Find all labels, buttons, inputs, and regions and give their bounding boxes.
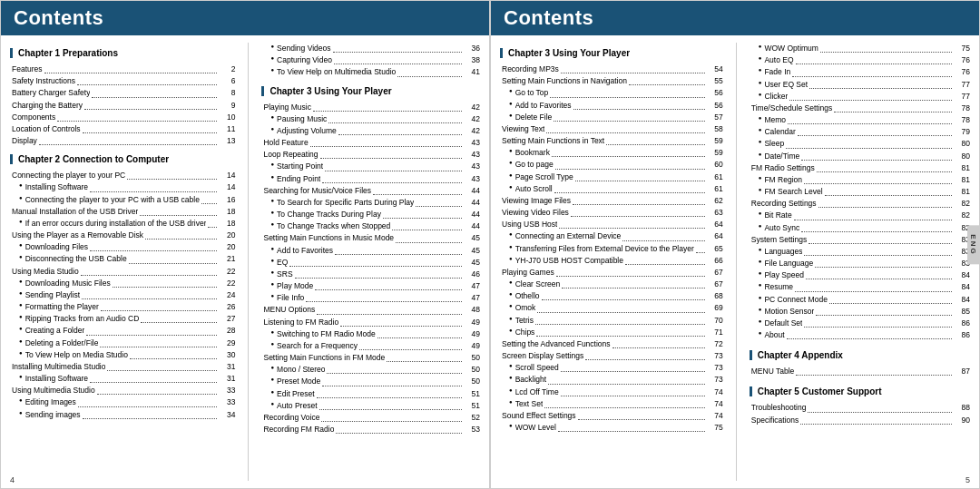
toc-dots	[83, 409, 218, 419]
toc-item: WOW Optimum75	[750, 43, 970, 54]
chapter3-right-title: Chapter 3 Using Your Player	[500, 48, 723, 58]
toc-page-num: 47	[464, 280, 480, 292]
toc-page-num: 44	[464, 197, 480, 209]
toc-page-num: 2	[219, 64, 235, 75]
toc-dots	[92, 87, 217, 97]
toc-dots	[573, 100, 705, 110]
toc-item-text: Viewing Video Files	[502, 207, 569, 219]
toc-item: Othello68	[500, 290, 723, 302]
toc-item-text: File Info	[277, 292, 304, 304]
toc-dots	[786, 138, 952, 148]
toc-page-num: 56	[707, 87, 723, 99]
toc-item-text: To Search for Specific Parts During Play	[277, 197, 414, 209]
toc-page-num: 64	[707, 230, 723, 242]
toc-page-num: 16	[219, 194, 235, 206]
toc-page-num: 31	[219, 361, 235, 373]
toc-item-text: If an error occurs during installation o…	[25, 218, 207, 230]
toc-page-num: 61	[707, 183, 723, 195]
toc-dots	[107, 361, 217, 371]
toc-page-num: 50	[464, 352, 480, 364]
toc-item: File Info47	[261, 292, 480, 304]
toc-item-text: Chips	[515, 327, 535, 338]
toc-dots	[550, 87, 704, 97]
toc-item-text: Delete File	[515, 112, 553, 123]
toc-page-num: 59	[707, 135, 723, 147]
left-page: Contents Chapter 1 Preparations Features…	[0, 0, 490, 489]
toc-item: Time/Schedule Settings78	[750, 103, 970, 114]
toc-item-text: Recording FM Radio	[263, 424, 334, 435]
toc-page-num: 49	[464, 340, 480, 352]
toc-page-num: 82	[954, 210, 970, 221]
right-col1: Chapter 3 Using Your Player Recording MP…	[500, 43, 723, 481]
right-page-num: 5	[965, 475, 970, 484]
toc-page-num: 49	[464, 328, 480, 340]
toc-item: Downloading Music Files22	[10, 278, 235, 289]
toc-dots	[573, 195, 705, 205]
toc-dots	[90, 181, 217, 191]
right-col2: WOW Optimum75Auto EQ76Fade In76User EQ S…	[750, 43, 970, 481]
toc-dots	[548, 374, 705, 384]
toc-item: Recording Settings82	[750, 198, 970, 210]
toc-item-text: Tetris	[515, 315, 534, 327]
toc-page-num: 73	[707, 362, 723, 374]
toc-dots	[575, 171, 705, 181]
toc-item: Setting the Advanced Functions72	[500, 338, 723, 350]
toc-page-num: 67	[707, 279, 723, 290]
toc-item-text: Text Set	[515, 398, 544, 410]
toc-item-text: MENU Table	[751, 366, 795, 377]
toc-item: Chips71	[500, 327, 723, 338]
toc-dots	[625, 255, 705, 265]
toc-item-text: Specifications	[751, 415, 799, 426]
toc-dots	[416, 197, 462, 207]
toc-page-num: 22	[219, 278, 235, 289]
toc-page-num: 90	[954, 415, 970, 426]
toc-item-text: Using USB Host	[502, 219, 557, 230]
toc-page-num: 9	[219, 100, 235, 112]
toc-dots	[834, 103, 952, 112]
toc-item: Ripping Tracks from an Audio CD27	[10, 313, 235, 325]
right-content: Chapter 3 Using Your Player Recording MP…	[491, 35, 979, 488]
toc-dots	[571, 207, 705, 217]
toc-dots	[606, 135, 705, 145]
toc-item-text: Components	[12, 112, 55, 123]
toc-item-text: Sending Playlist	[25, 289, 80, 301]
col-divider	[248, 43, 249, 481]
toc-item-text: Setting the Advanced Functions	[502, 338, 611, 350]
toc-item: Memo78	[750, 114, 970, 126]
left-content: Chapter 1 Preparations Features2Safety I…	[1, 35, 489, 488]
toc-dots	[804, 246, 952, 256]
toc-item-text: PC Connect Mode	[764, 294, 827, 306]
toc-item: To Change Tracks During Play44	[261, 209, 480, 220]
toc-item-text: Clicker	[764, 91, 788, 103]
toc-item-text: To View Help on Media Studio	[25, 349, 128, 361]
toc-item-text: FM Radio Settings	[751, 162, 815, 174]
toc-item: To View Help on Media Studio30	[10, 349, 235, 361]
toc-dots	[295, 269, 462, 279]
toc-dots	[554, 183, 705, 193]
toc-item: EQ45	[261, 257, 480, 269]
toc-page-num: 18	[219, 218, 235, 230]
toc-item: Backlight73	[500, 374, 723, 386]
toc-item: Recording MP3s54	[500, 64, 723, 75]
toc-dots	[794, 210, 952, 220]
toc-page-num: 78	[954, 114, 970, 126]
toc-item-text: Features	[12, 64, 43, 75]
chapter3-left-bar	[261, 86, 264, 96]
toc-page-num: 43	[464, 137, 480, 149]
toc-item-text: Display	[12, 135, 37, 147]
toc-item: Recording FM Radio53	[261, 424, 480, 435]
toc-item-text: User EQ Set	[764, 79, 808, 91]
toc-item-text: Languages	[764, 246, 802, 258]
toc-page-num: 77	[954, 91, 970, 103]
toc-item-text: Viewing Image Files	[502, 195, 571, 207]
toc-page-num: 74	[707, 398, 723, 410]
toc-page-num: 51	[464, 400, 480, 412]
toc-page-num: 81	[954, 174, 970, 186]
toc-item-text: Go to page	[515, 159, 554, 171]
toc-dots	[130, 349, 218, 359]
toc-item: Viewing Video Files63	[500, 207, 723, 219]
chapter3-right-bar	[500, 48, 503, 58]
toc-item: Delete File57	[500, 112, 723, 123]
toc-item-text: Troubleshooting	[751, 402, 807, 414]
toc-item: Clicker77	[750, 91, 970, 103]
